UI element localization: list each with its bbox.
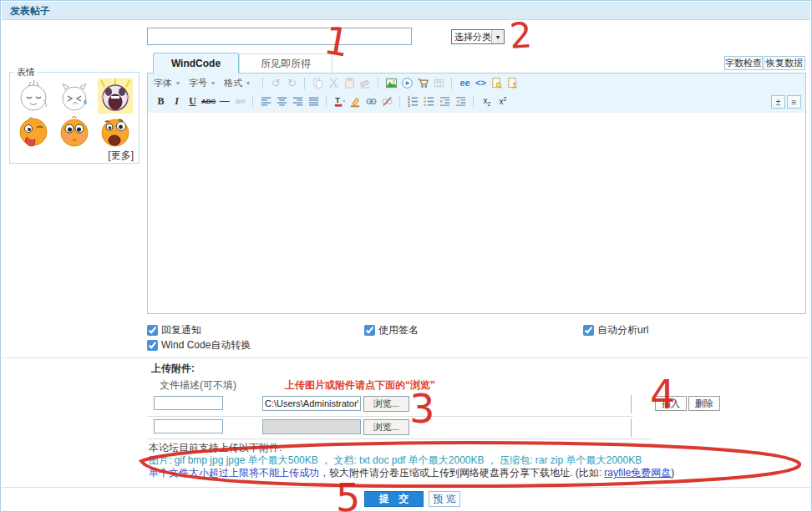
word-count-button[interactable]: 字数检查 [724,56,763,70]
font-select[interactable]: 字体▾ [154,75,180,90]
attachment-desc-input[interactable] [154,396,223,410]
upload-file-types: 图片: gif bmp jpg jpge 单个最大500KB ， 文档: txt… [149,454,642,466]
outdent-icon[interactable] [454,94,468,109]
align-center-icon[interactable] [275,94,289,109]
toolbar-separator [399,96,401,107]
hr-icon[interactable]: — [217,94,231,109]
copy-icon[interactable] [311,75,325,90]
dropdown-arrow-icon: ▼ [491,30,504,43]
strike-icon[interactable]: ABC [201,94,216,109]
tab-wysiwyg[interactable]: 所见即所得 [239,53,332,73]
upload-limit-note: 单个文件大小超过上限将不能上传成功，较大附件请分卷压缩或上传到网络硬盘再分享下载… [149,467,674,479]
upload-heading: 上传附件: [151,362,195,376]
superscript-icon[interactable]: x2 [495,94,510,109]
emoticon-more-link[interactable]: [更多] [108,149,134,163]
table-divider [631,395,632,413]
emoticon-4[interactable] [16,115,51,150]
upload-hint-red: 上传图片或附件请点下面的“浏览” [285,378,435,393]
italic-icon[interactable]: I [170,94,184,109]
indent-icon[interactable] [438,94,452,109]
option-label: 使用签名 [378,323,419,337]
subscript-icon[interactable]: x2 [480,94,494,109]
title-input[interactable] [147,28,412,45]
option-use-signature[interactable]: 使用签名 [364,324,419,336]
unlink-icon[interactable] [380,94,394,109]
attachment-file-input[interactable] [262,419,361,434]
align-left-icon[interactable] [259,94,273,109]
table-row-border [147,438,651,439]
option-auto-parse-url[interactable]: 自动分析url [583,324,648,336]
upload-limit-note-blue: 单个文件大小超过上限将不能上传成功， [149,467,329,479]
align-justify-icon[interactable] [307,94,321,109]
insert-attachment-button[interactable]: 插入 [655,396,687,411]
restore-data-button[interactable]: 恢复数据 [764,56,805,70]
undo-icon[interactable]: ↺ [269,75,283,90]
align-right-icon[interactable] [291,94,305,109]
category-select[interactable]: 选择分类 ▼ [451,29,505,44]
option-label: 自动分析url [597,323,648,337]
unordered-list-icon[interactable] [422,94,436,109]
table-icon[interactable] [432,75,446,90]
paste-icon[interactable] [343,75,357,90]
svg-text:T: T [336,96,341,104]
toolbar-separator [378,78,379,89]
browse-button[interactable]: 浏览... [363,396,409,412]
option-reply-notify[interactable]: 回复通知 [147,324,201,336]
cut-icon[interactable] [327,75,341,90]
toolbar-separator [304,78,306,89]
submit-button[interactable]: 提 交 [364,491,424,507]
category-select-label: 选择分类 [452,31,491,43]
upload-support-intro: 本论坛目前支持上传以下附件: [149,442,282,454]
rayfile-link[interactable]: rayfile免费网盘 [604,467,671,479]
emoticon-1[interactable] [16,79,51,114]
table-divider [631,418,632,437]
editor: 字体▾字号▾格式▾↺↻ee<> BIUABC—BRT123x2x2 ± ≡ [147,73,806,314]
bg-color-icon[interactable] [348,94,363,109]
format-select[interactable]: 格式▾ [224,75,250,90]
toolbar-separator [451,78,453,89]
reply-notify-checkbox[interactable] [147,325,158,336]
option-windcode-convert[interactable]: Wind Code自动转换 [147,339,251,351]
emoticon-grid [14,79,134,150]
annotation-number-2: 2 [508,14,533,57]
media-icon[interactable] [400,75,414,90]
bold-icon[interactable]: B [154,94,168,109]
attachment-desc-input[interactable] [154,419,223,433]
section-divider [2,357,810,358]
emoticon-6[interactable] [98,115,133,150]
erase-icon[interactable] [358,75,373,90]
code-icon[interactable]: <> [474,75,488,90]
underline-icon[interactable]: U [185,94,200,109]
doc-user-icon[interactable] [505,75,520,90]
emoticon-3[interactable] [98,79,133,114]
use-signature-checkbox[interactable] [364,325,375,336]
preview-button[interactable]: 预 览 [429,491,460,507]
toolbar-toggle-button[interactable]: ± [771,95,785,109]
emoticon-icon[interactable]: ee [458,75,472,90]
emoticon-2[interactable] [57,79,92,114]
link-icon[interactable] [364,94,378,109]
toolbar-separator [326,96,327,107]
auto-parse-url-checkbox[interactable] [583,325,594,336]
attachment-file-input[interactable] [262,396,361,411]
delete-attachment-button[interactable]: 删除 [688,396,720,411]
tab-windcode[interactable]: WindCode [153,53,239,74]
redo-icon[interactable]: ↻ [285,75,299,90]
cart-icon[interactable] [416,75,430,90]
toolbar-layout-button[interactable]: ≡ [787,95,801,109]
emoticon-5[interactable] [57,115,92,150]
tab-windcode-label: WindCode [171,58,221,69]
ordered-list-icon[interactable]: 123 [406,94,420,109]
file-desc-label: 文件描述(可不填) [160,378,236,393]
image-icon[interactable] [384,75,398,90]
editor-textarea[interactable] [148,113,805,313]
br-icon[interactable]: BR [233,94,247,109]
text-color-icon[interactable]: T [332,94,347,109]
doc-search-icon[interactable] [490,75,504,90]
emoticon-panel: 表情 [9,66,140,164]
svg-text:3: 3 [408,102,410,107]
size-select[interactable]: 字号▾ [189,75,215,90]
windcode-convert-checkbox[interactable] [147,340,158,351]
browse-button[interactable]: 浏览... [363,419,409,435]
editor-toolbar: 字体▾字号▾格式▾↺↻ee<> BIUABC—BRT123x2x2 ± ≡ [148,74,805,114]
